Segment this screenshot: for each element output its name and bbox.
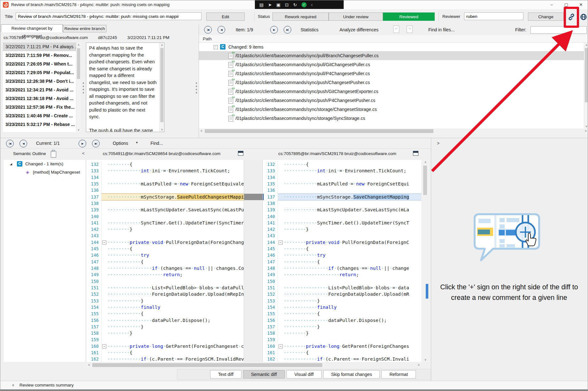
changeset-item[interactable]: 3/23/2021 5:32:17 PM - Rebase ... [3,120,81,129]
next-diff-button[interactable]: ▶ [79,140,86,147]
clipboard-icon[interactable] [51,151,56,158]
code-line[interactable] [278,336,421,343]
code-line[interactable]: ············{ [278,310,421,317]
scrollbar-thumb[interactable] [423,166,427,195]
splitter-handle[interactable] [83,82,84,93]
code-line[interactable]: ····················return; [278,271,421,278]
region-select-icon[interactable]: ⊡ [285,3,289,7]
changeset-list-scrollbar[interactable]: ∧ ∨ [76,43,81,132]
first-item-button[interactable]: |◀ [204,26,212,34]
code-line[interactable]: ············} [278,324,421,330]
code-line[interactable]: ········} [278,330,421,336]
changeset-item[interactable]: 3/22/2021 7:26:05 PM - When t... [3,60,81,68]
code-line[interactable] [278,187,421,193]
expand-panel-icon[interactable]: > [437,141,439,146]
fold-toggle-icon[interactable]: − [279,344,283,348]
panel-splitter-handle[interactable] [196,82,197,93]
fold-toggle-icon[interactable]: − [279,240,283,245]
code-line[interactable]: ············int·ini·=·Environment.TickCo… [102,168,244,174]
next-item-button[interactable]: ▶ [270,26,278,34]
changeset-item[interactable]: 3/23/2021 1:40:46 PM - Create ... [3,112,81,120]
scrollbar-thumb[interactable] [205,129,433,133]
code-line[interactable]: −········private·long·GetParent(ForeignC… [278,343,421,349]
open-window-icon[interactable] [413,151,418,156]
record-ok-icon[interactable]: ✓ [302,2,307,7]
diff-mode-reformat-button[interactable]: Reformat [381,370,416,379]
scroll-up-icon[interactable]: ∧ [160,43,164,47]
close-button[interactable]: ✕ [574,0,588,9]
code-line[interactable] [102,187,244,193]
code-line[interactable]: −········private·long·GetParent(ForeignC… [102,343,244,349]
minimize-button[interactable]: – [544,0,559,9]
code-line[interactable]: ············int·ini·=·Environment.TickCo… [278,168,421,174]
code-line[interactable]: ················if·(changes·==·null·||·c… [102,265,244,271]
code-line[interactable] [278,213,421,220]
code-line[interactable] [102,336,244,343]
outline-method-label[interactable]: [method] MapChangeset [33,168,80,176]
scrollbar-thumb[interactable] [77,48,80,79]
find-button[interactable]: Find... [150,141,163,146]
changeset-item[interactable]: 3/22/2021 7:29:05 PM - Populat... [3,68,81,77]
file-row[interactable]: /01plastic/src/client/basecommands/sync/… [199,69,584,78]
code-line[interactable]: ············if·(c.Parent·==·ForeignSCM.I… [278,356,421,362]
previous-diff-button[interactable]: ◀ [19,140,27,147]
change-button[interactable]: Change [528,12,564,21]
find-in-files-button[interactable]: Find in files... [428,27,454,32]
file-row[interactable]: /01plastic/src/client/basecommands/sync/… [199,60,584,69]
changeset-item[interactable]: 3/22/2021 7:11:59 PM - Remov... [3,51,81,60]
code-line[interactable]: ············{ [102,259,244,265]
code-line[interactable]: ········} [102,330,244,336]
code-line[interactable] [102,278,244,285]
file-row[interactable]: /01plastic/src/client/basecommands/sync/… [199,96,584,105]
options-button[interactable]: Options [113,141,128,146]
code-line[interactable]: ········{ [278,349,421,356]
collapse-toggle-icon[interactable]: − [214,45,218,49]
collapse-outline-icon[interactable]: < [82,151,85,156]
code-line[interactable]: ············finally [102,304,244,310]
code-line[interactable] [102,213,244,220]
code-line[interactable]: ········{ [102,349,244,356]
changeset-item[interactable]: 3/23/2021 12:26:38 PM - Don't i... [3,77,81,86]
title-input[interactable] [16,12,202,20]
code-line[interactable]: ············} [278,298,421,304]
file-tree-hscrollbar[interactable]: < > [199,129,588,134]
status-under-review-button[interactable]: Under review [329,12,383,21]
diff-mode-semantic-diff-button[interactable]: Semantic diff [243,370,285,379]
edit-button[interactable]: Edit [206,12,245,21]
chevron-down-icon[interactable]: ▾ [136,141,138,144]
maximize-button[interactable]: ▢ [559,0,574,9]
code-line[interactable]: ············finally [278,304,421,310]
scroll-down-icon[interactable]: ∨ [584,125,588,128]
scroll-up-icon[interactable]: ∧ [584,43,588,47]
previous-item-button[interactable]: ◀ [218,26,225,34]
code-line[interactable]: ········{ [102,246,244,252]
code-line[interactable]: −········private·void·PullForeignData(Fo… [278,239,421,246]
code-line[interactable]: ············} [102,298,244,304]
code-line[interactable]: ········} [278,226,421,232]
code-line[interactable]: ············} [102,324,244,330]
code-line[interactable]: ············mLastSyncUpdater.SaveLastSyn… [278,207,421,213]
scroll-up-icon[interactable]: ∧ [422,160,429,164]
scroll-up-icon[interactable]: ∧ [76,43,81,46]
code-line[interactable]: ············{ [278,259,421,265]
code-line[interactable]: ············{ [102,310,244,317]
status-rework-required-button[interactable]: Rework required [272,12,329,21]
code-line[interactable] [278,278,421,285]
review-comments-summary-bar[interactable]: ∧ Review comments summary [0,381,588,389]
last-diff-button[interactable]: ▶| [92,140,100,147]
code-line[interactable]: ················dataPuller.Dispose(); [278,317,421,324]
scrollbar-thumb[interactable] [160,48,164,122]
file-row[interactable]: /01plastic/src/client/basecommands/sync/… [199,87,584,96]
tab-review-changeset-by-changeset[interactable]: Review changeset by changeset [1,24,63,32]
analyze-differences-button[interactable]: Analyze differences [340,27,378,32]
capture-toolbar[interactable]: ▤➤▣⊡↻✓‹ [255,0,344,9]
share-globe-icon[interactable] [579,12,588,21]
diff-right-hscrollbar[interactable]: > [339,363,421,368]
changeset-comment[interactable]: P4 always has to save the changeset mapp… [86,43,164,132]
code-line[interactable]: ············try [278,252,421,258]
code-line[interactable]: ················ForeignDataUploader.Uplo… [278,291,421,297]
code-line[interactable]: ············mLastPulled·=·new·ForeignCse… [102,181,244,187]
tab-review-entire-branch[interactable]: Review entire branch [63,25,106,32]
diff-mode-text-diff-button[interactable]: Text diff [210,370,241,379]
open-window-icon[interactable] [238,151,243,156]
